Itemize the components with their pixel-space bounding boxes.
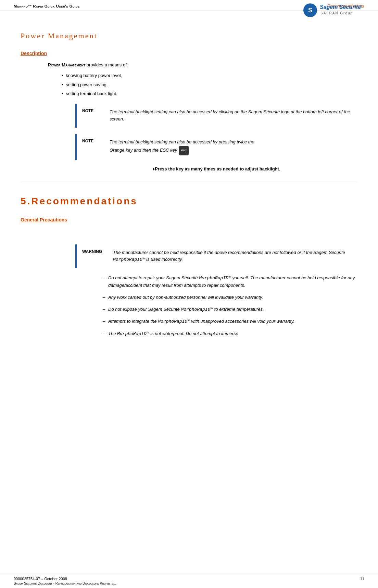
svg-text:Sagem Sécurité: Sagem Sécurité [320, 4, 361, 10]
warning-item-4: Attempts to integrate the MorphoRapID™ w… [103, 318, 357, 325]
bullet-1: knowing battery power level, [62, 72, 357, 79]
chapter-heading: 5.Recommendations [21, 196, 357, 207]
warning-text: The manufacturer cannot be held responsi… [113, 249, 352, 264]
intro-text: Power Management provides a means of: [48, 62, 357, 69]
note-label-1: NOTE [82, 108, 103, 113]
note-block-1: NOTE The terminal backlight setting can … [75, 104, 357, 128]
twice-the-underline: twice the [237, 139, 254, 144]
power-management-heading: Power Management [21, 31, 357, 40]
note-text-2: The terminal backlight setting can also … [110, 139, 254, 155]
page-content: Power Management Description Power Manag… [0, 11, 378, 356]
footer-main: 0000025754-07 – October 2008 11 [14, 577, 364, 581]
intro-text-rest: provides a means of: [87, 62, 128, 67]
note-label-2: NOTE [82, 139, 103, 143]
page-header: Morpho™ Rapid Quick User's Guide S Sagem… [0, 0, 378, 11]
morphorapid-ref-3: MorphoRapID™ [181, 307, 213, 312]
morphorapid-ref-4: MorphoRapID™ [158, 319, 190, 324]
warning-label: WARNING [82, 249, 106, 254]
section-divider [21, 182, 357, 182]
recommendations-section: 5.Recommendations General Precautions WA… [21, 196, 357, 338]
page-footer: 0000025754-07 – October 2008 11 Sagem Sé… [0, 574, 378, 588]
morphorapid-ref: MorphoRapID™ [113, 257, 145, 262]
note-inner-1: NOTE The terminal backlight setting can … [77, 104, 357, 128]
note-block-2: NOTE The terminal backlight setting can … [75, 134, 357, 160]
warning-list: Do not attempt to repair your Sagem Sécu… [103, 274, 357, 338]
bullet-3: setting terminal back light. [62, 90, 357, 98]
document-title: Morpho™ Rapid Quick User's Guide [14, 4, 80, 8]
general-precautions-label: General Precautions [21, 217, 357, 222]
warning-item-3: Do not expose your Sagem Sécurité Morpho… [103, 306, 357, 314]
sagem-logo-svg: S Sagem Sécurité SAFRAN Group [303, 3, 364, 18]
warning-item-1: Do not attempt to repair your Sagem Sécu… [103, 274, 357, 289]
morphorapid-ref-5: MorphoRapID™ [117, 331, 149, 336]
doc-number: 0000025754-07 – October 2008 [14, 577, 67, 581]
warning-inner: WARNING The manufacturer cannot be held … [77, 244, 357, 269]
warning-block: WARNING The manufacturer cannot be held … [75, 244, 357, 269]
description-label: Description [21, 51, 357, 56]
svg-text:S: S [308, 7, 312, 14]
page-number: 11 [360, 577, 364, 581]
svg-text:SAFRAN Group: SAFRAN Group [320, 11, 353, 15]
footer-legal: Sagem Sécurité Document - Reproduction a… [14, 581, 364, 585]
note-text-1: The terminal backlight setting can also … [110, 108, 352, 123]
note-inner-2: NOTE The terminal backlight setting can … [77, 134, 357, 160]
esc-key-icon: ESC [179, 146, 189, 155]
logo: S Sagem Sécurité SAFRAN Group [303, 3, 364, 19]
warning-item-5: The MorphoRapID™ is not waterproof: Do n… [103, 330, 357, 338]
esc-key-underline: ESC key [160, 148, 177, 153]
bullet-2: setting power saving, [62, 81, 357, 89]
power-management-label: Power Management [48, 62, 85, 67]
spacer [21, 228, 357, 238]
power-management-section: Power Management Description Power Manag… [21, 31, 357, 171]
orange-key-underline: Orange key [110, 148, 133, 153]
warning-item-2: Any work carried out by non-authorized p… [103, 294, 357, 301]
morphorapid-ref-2: MorphoRapID™ [199, 276, 231, 281]
diamond-bullet: ♦Press the key as many times as needed t… [75, 166, 357, 171]
logo-area: S Sagem Sécurité SAFRAN Group [303, 3, 364, 19]
description-section: Description Power Management provides a … [21, 51, 357, 171]
general-precautions-section: General Precautions WARNING The manufact… [21, 217, 357, 338]
